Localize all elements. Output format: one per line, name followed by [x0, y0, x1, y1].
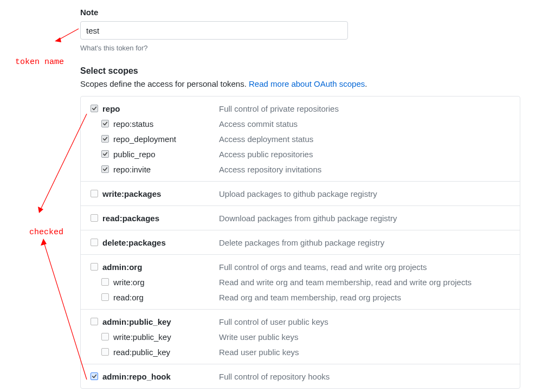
scope-name[interactable]: repo:invite — [113, 165, 219, 174]
scope-row: repo_deploymentAccess deployment status — [81, 131, 520, 146]
scope-description: Read and write org and team membership, … — [219, 278, 472, 287]
scope-description: Access deployment status — [219, 134, 313, 144]
scope-group: delete:packagesDelete packages from gith… — [81, 230, 520, 254]
scope-name[interactable]: read:org — [113, 293, 219, 302]
scope-group: write:packagesUpload packages to github … — [81, 181, 520, 205]
scopes-desc-suffix: . — [365, 79, 367, 88]
scope-group: repoFull control of private repositories… — [81, 97, 520, 181]
scope-description: Access public repositories — [219, 150, 313, 159]
scope-name[interactable]: write:org — [113, 278, 219, 287]
scope-name[interactable]: write:public_key — [113, 332, 219, 342]
scope-name[interactable]: read:public_key — [113, 348, 219, 357]
annotation-checked: checked — [29, 228, 63, 237]
scope-description: Read user public keys — [219, 348, 299, 357]
note-input[interactable] — [80, 21, 348, 40]
scope-description: Full control of user public keys — [219, 317, 328, 326]
scope-name[interactable]: admin:org — [102, 262, 219, 272]
scope-name[interactable]: write:packages — [102, 189, 219, 198]
scope-description: Access commit status — [219, 119, 298, 128]
scope-name[interactable]: repo_deployment — [113, 134, 219, 144]
scope-description: Full control of orgs and teams, read and… — [219, 262, 427, 272]
scope-checkbox[interactable] — [101, 135, 109, 143]
svg-line-2 — [40, 114, 87, 211]
scope-checkbox[interactable] — [101, 278, 109, 286]
scope-checkbox[interactable] — [91, 263, 98, 271]
svg-marker-3 — [38, 207, 43, 213]
scope-row: write:public_keyWrite user public keys — [81, 329, 520, 344]
svg-marker-5 — [41, 239, 47, 246]
scope-row: repoFull control of private repositories — [81, 101, 520, 116]
scope-row: admin:orgFull control of orgs and teams,… — [81, 259, 520, 274]
scope-checkbox[interactable] — [91, 318, 98, 325]
scope-group: admin:orgFull control of orgs and teams,… — [81, 254, 520, 309]
scope-checkbox[interactable] — [91, 239, 98, 246]
scope-description: Upload packages to github package regist… — [219, 189, 377, 198]
scope-checkbox[interactable] — [91, 105, 98, 112]
scope-checkbox[interactable] — [91, 190, 98, 197]
scope-row: delete:packagesDelete packages from gith… — [81, 235, 520, 250]
scope-name[interactable]: public_repo — [113, 150, 219, 159]
scope-checkbox[interactable] — [101, 333, 109, 340]
scope-name[interactable]: read:packages — [102, 214, 219, 223]
scope-checkbox[interactable] — [91, 214, 98, 222]
scope-row: public_repoAccess public repositories — [81, 146, 520, 162]
scope-name[interactable]: admin:public_key — [102, 317, 219, 326]
scopes-table: repoFull control of private repositories… — [80, 96, 520, 389]
scope-description: Download packages from github package re… — [219, 214, 397, 223]
scopes-header: Select scopes — [80, 66, 525, 76]
scope-checkbox[interactable] — [101, 293, 109, 301]
scope-row: write:orgRead and write org and team mem… — [81, 274, 520, 290]
scope-checkbox[interactable] — [101, 348, 109, 356]
scopes-description: Scopes define the access for personal to… — [80, 79, 525, 88]
scope-group: admin:public_keyFull control of user pub… — [81, 309, 520, 364]
scope-checkbox[interactable] — [101, 165, 109, 173]
svg-marker-1 — [55, 37, 61, 42]
note-label: Note — [80, 8, 525, 17]
scope-row: write:packagesUpload packages to github … — [81, 186, 520, 201]
scope-description: Full control of private repositories — [219, 104, 339, 113]
scope-checkbox[interactable] — [101, 150, 109, 158]
scope-row: read:public_keyRead user public keys — [81, 344, 520, 359]
oauth-scopes-link[interactable]: Read more about OAuth scopes — [249, 79, 365, 88]
scope-description: Access repository invitations — [219, 165, 321, 174]
scope-checkbox[interactable] — [91, 372, 98, 380]
annotation-token-name: token name — [15, 57, 64, 67]
scope-description: Read org and team membership, read org p… — [219, 293, 401, 302]
scope-name[interactable]: repo — [102, 104, 219, 113]
scope-name[interactable]: repo:status — [113, 119, 219, 128]
scope-row: repo:inviteAccess repository invitations — [81, 162, 520, 177]
scope-row: admin:public_keyFull control of user pub… — [81, 314, 520, 329]
scope-row: repo:statusAccess commit status — [81, 116, 520, 131]
note-hint: What's this token for? — [80, 44, 525, 52]
scopes-desc-text: Scopes define the access for personal to… — [80, 79, 249, 88]
scope-description: Full control of repository hooks — [219, 372, 330, 381]
scope-description: Write user public keys — [219, 332, 298, 342]
scope-group: read:packagesDownload packages from gith… — [81, 205, 520, 230]
scope-checkbox[interactable] — [101, 120, 109, 127]
scope-name[interactable]: admin:repo_hook — [102, 372, 219, 381]
scope-description: Delete packages from github package regi… — [219, 238, 384, 247]
scope-name[interactable]: delete:packages — [102, 238, 219, 247]
scope-row: read:packagesDownload packages from gith… — [81, 210, 520, 226]
scope-row: admin:repo_hookFull control of repositor… — [81, 369, 520, 384]
scope-row: read:orgRead org and team membership, re… — [81, 290, 520, 305]
svg-line-0 — [57, 29, 79, 41]
scope-group: admin:repo_hookFull control of repositor… — [81, 364, 520, 388]
